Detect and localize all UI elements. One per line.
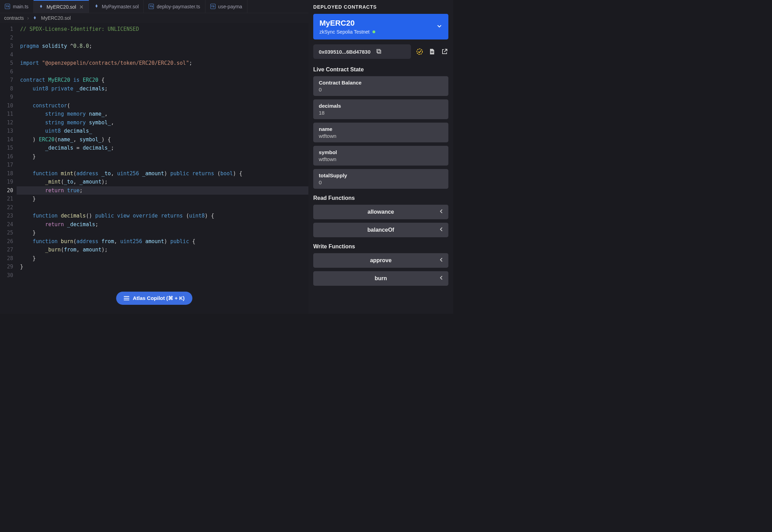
code-line[interactable] xyxy=(20,68,308,76)
tab-use-payma[interactable]: TSuse-payma xyxy=(205,0,247,13)
menu-icon xyxy=(124,295,129,301)
code-line[interactable] xyxy=(20,34,308,42)
ts-icon: TS xyxy=(5,4,10,9)
code-line[interactable]: return _decimals; xyxy=(20,220,308,229)
code-line[interactable]: constructor( xyxy=(20,101,308,110)
copilot-button[interactable]: Atlas Copilot (⌘ + K) xyxy=(116,292,192,305)
code-line[interactable]: string memory name_, xyxy=(20,110,308,118)
line-number: 16 xyxy=(0,152,13,161)
fn-row-allowance[interactable]: allowance xyxy=(313,205,448,219)
tab-deploy-paymaster-ts[interactable]: TSdeploy-paymaster.ts xyxy=(144,0,205,13)
state-label: symbol xyxy=(319,149,443,155)
tab-main-ts[interactable]: TSmain.ts xyxy=(0,0,34,13)
code-line[interactable] xyxy=(20,271,308,280)
code-line[interactable]: uint8 decimals_ xyxy=(20,127,308,135)
contract-card[interactable]: MyERC20 zkSync Sepolia Testnet xyxy=(313,14,448,39)
line-number: 4 xyxy=(0,51,13,59)
code-line[interactable]: } xyxy=(20,254,308,263)
code-line[interactable]: function decimals() public view override… xyxy=(20,212,308,220)
chevron-left-icon xyxy=(439,257,444,264)
deployed-contracts-title: DEPLOYED CONTRACTS xyxy=(313,4,448,10)
state-list: Contract Balance0decimals18namewtftownsy… xyxy=(313,76,448,192)
line-number: 2 xyxy=(0,34,13,42)
line-number: 3 xyxy=(0,42,13,51)
tab-MyPaymaster-sol[interactable]: MyPaymaster.sol xyxy=(89,0,144,13)
verify-icon[interactable] xyxy=(416,48,423,55)
chevron-right-icon: › xyxy=(27,15,29,21)
code-line[interactable]: function burn(address from, uint256 amou… xyxy=(20,237,308,246)
contract-network: zkSync Sepolia Testnet xyxy=(319,29,375,35)
external-link-icon[interactable] xyxy=(441,48,448,55)
line-number: 7 xyxy=(0,76,13,85)
code-content[interactable]: // SPDX-License-Identifier: UNLICENSED p… xyxy=(17,23,308,314)
code-editor[interactable]: 1234567891011121314151617181920212223242… xyxy=(0,23,308,314)
line-number: 30 xyxy=(0,271,13,280)
code-line[interactable]: contract MyERC20 is ERC20 { xyxy=(20,76,308,85)
code-line[interactable]: // SPDX-License-Identifier: UNLICENSED xyxy=(20,25,308,34)
breadcrumb-folder[interactable]: contracts xyxy=(4,15,24,21)
line-number: 29 xyxy=(0,263,13,271)
code-line[interactable] xyxy=(20,51,308,59)
read-fn-list: allowancebalanceOf xyxy=(313,205,448,241)
fn-row-balanceOf[interactable]: balanceOf xyxy=(313,223,448,237)
code-line[interactable] xyxy=(20,93,308,101)
copy-icon[interactable] xyxy=(375,48,383,55)
line-number: 15 xyxy=(0,144,13,152)
status-dot-icon xyxy=(372,30,375,33)
close-icon[interactable] xyxy=(79,5,84,9)
breadcrumb-file[interactable]: MyERC20.sol xyxy=(41,15,71,21)
fn-row-burn[interactable]: burn xyxy=(313,271,448,286)
code-line[interactable]: ) ERC20(name_, symbol_) { xyxy=(20,135,308,144)
copilot-label: Atlas Copilot (⌘ + K) xyxy=(133,295,185,301)
code-line[interactable] xyxy=(20,161,308,169)
code-line[interactable]: pragma solidity ^0.8.0; xyxy=(20,42,308,51)
code-line[interactable]: string memory symbol_, xyxy=(20,118,308,127)
code-line[interactable]: _decimals = decimals_; xyxy=(20,144,308,152)
state-value: 0 xyxy=(319,87,443,92)
tab-MyERC20-sol[interactable]: MyERC20.sol xyxy=(34,0,89,13)
code-line[interactable]: function mint(address _to, uint256 _amou… xyxy=(20,169,308,178)
sidebar: DEPLOYED CONTRACTS MyERC20 zkSync Sepoli… xyxy=(308,0,453,314)
fn-row-approve[interactable]: approve xyxy=(313,253,448,268)
solidity-icon xyxy=(32,16,37,21)
state-row-totalsupply: totalSupply0 xyxy=(313,169,448,189)
code-line[interactable]: _burn(from, amount); xyxy=(20,246,308,254)
line-number: 19 xyxy=(0,178,13,186)
state-value: wtftown xyxy=(319,133,443,139)
chevron-left-icon xyxy=(439,209,444,215)
line-number: 9 xyxy=(0,93,13,101)
code-line[interactable]: } xyxy=(20,263,308,271)
read-functions-title: Read Functions xyxy=(313,195,448,201)
fn-label: balanceOf xyxy=(367,227,394,233)
fn-label: approve xyxy=(370,257,392,264)
code-line[interactable]: import "@openzeppelin/contracts/token/ER… xyxy=(20,59,308,68)
line-number: 5 xyxy=(0,59,13,68)
state-label: Contract Balance xyxy=(319,80,443,86)
code-line[interactable]: uint8 private _decimals; xyxy=(20,85,308,93)
write-functions-title: Write Functions xyxy=(313,243,448,250)
line-number: 6 xyxy=(0,68,13,76)
solidity-icon xyxy=(94,4,99,9)
state-value: 18 xyxy=(319,110,443,116)
code-line[interactable]: _mint(_to, _amount); xyxy=(20,178,308,186)
address-pill[interactable]: 0x039510...6Bd47830 xyxy=(313,44,411,59)
line-number: 11 xyxy=(0,110,13,118)
code-line[interactable]: } xyxy=(20,152,308,161)
line-number: 27 xyxy=(0,246,13,254)
code-line[interactable] xyxy=(20,203,308,212)
code-line[interactable]: return true; xyxy=(20,186,308,195)
contract-address: 0x039510...6Bd47830 xyxy=(319,49,370,55)
document-icon[interactable] xyxy=(428,48,436,55)
state-row-contract-balance: Contract Balance0 xyxy=(313,76,448,96)
line-number: 21 xyxy=(0,195,13,203)
write-fn-list: approveburn xyxy=(313,253,448,289)
code-line[interactable]: } xyxy=(20,229,308,237)
solidity-icon xyxy=(38,4,44,9)
code-line[interactable]: } xyxy=(20,195,308,203)
line-number: 18 xyxy=(0,169,13,178)
chevron-down-icon xyxy=(437,23,442,30)
line-number: 14 xyxy=(0,135,13,144)
svg-point-2 xyxy=(417,49,422,54)
editor-main: TSmain.tsMyERC20.solMyPaymaster.solTSdep… xyxy=(0,0,308,314)
line-number: 23 xyxy=(0,212,13,220)
